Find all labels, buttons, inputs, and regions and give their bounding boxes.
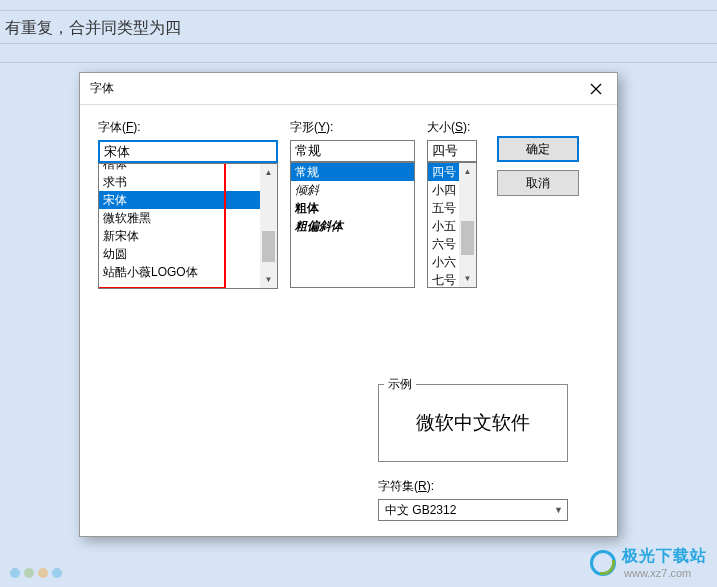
bg-line bbox=[0, 43, 717, 44]
font-label: 字体(F): bbox=[98, 119, 278, 136]
watermark-url: www.xz7.com bbox=[624, 567, 707, 579]
ok-button[interactable]: 确定 bbox=[497, 136, 579, 162]
size-input[interactable] bbox=[427, 140, 477, 162]
list-item[interactable]: 七号 bbox=[428, 271, 459, 288]
list-item[interactable]: 五号 bbox=[428, 199, 459, 217]
scroll-track[interactable] bbox=[459, 180, 476, 270]
list-item[interactable]: 倾斜 bbox=[291, 181, 414, 199]
charset-label: 字符集(R): bbox=[378, 478, 568, 495]
list-item[interactable]: 常规 bbox=[291, 163, 414, 181]
watermark: 极光下载站 www.xz7.com bbox=[590, 546, 707, 579]
chevron-down-icon: ▼ bbox=[554, 505, 563, 515]
scroll-down-icon[interactable]: ▼ bbox=[260, 271, 277, 288]
list-item[interactable]: 粗体 bbox=[291, 199, 414, 217]
close-icon bbox=[590, 83, 602, 95]
font-column: 字体(F): 楷体 求书 宋体 微软雅黑 新宋体 幼圆 站酷小薇LOGO体 ▲ bbox=[98, 119, 278, 289]
size-listbox[interactable]: 四号 小四 五号 小五 六号 小六 七号 ▲ ▼ bbox=[427, 162, 477, 288]
list-item[interactable]: 求书 bbox=[99, 173, 260, 191]
size-column: 大小(S): 四号 小四 五号 小五 六号 小六 七号 ▲ ▼ bbox=[427, 119, 477, 289]
font-input[interactable] bbox=[98, 140, 278, 163]
dialog-body: 字体(F): 楷体 求书 宋体 微软雅黑 新宋体 幼圆 站酷小薇LOGO体 ▲ bbox=[80, 105, 617, 303]
titlebar: 字体 bbox=[80, 73, 617, 105]
list-item[interactable]: 小五 bbox=[428, 217, 459, 235]
watermark-icon bbox=[590, 550, 616, 576]
sample-label: 示例 bbox=[384, 376, 416, 393]
list-item[interactable]: 小四 bbox=[428, 181, 459, 199]
list-item[interactable]: 六号 bbox=[428, 235, 459, 253]
style-input[interactable] bbox=[290, 140, 415, 162]
list-item[interactable]: 粗偏斜体 bbox=[291, 217, 414, 235]
list-item[interactable]: 微软雅黑 bbox=[99, 209, 260, 227]
style-column: 字形(Y): 常规 倾斜 粗体 粗偏斜体 bbox=[290, 119, 415, 289]
background-text: 有重复，合并同类型为四 bbox=[5, 18, 181, 39]
list-item[interactable]: 站酷小薇LOGO体 bbox=[99, 263, 260, 281]
list-item[interactable]: 宋体 bbox=[99, 191, 260, 209]
font-listbox[interactable]: 楷体 求书 宋体 微软雅黑 新宋体 幼圆 站酷小薇LOGO体 ▲ ▼ bbox=[98, 163, 278, 289]
list-item[interactable]: 幼圆 bbox=[99, 245, 260, 263]
scroll-thumb[interactable] bbox=[461, 221, 474, 255]
decorative-dots bbox=[8, 567, 108, 579]
sample-group: 微软中文软件 示例 bbox=[378, 384, 568, 462]
list-item[interactable]: 新宋体 bbox=[99, 227, 260, 245]
dialog-title: 字体 bbox=[90, 80, 114, 97]
scrollbar[interactable]: ▲ ▼ bbox=[459, 163, 476, 287]
sample-preview: 微软中文软件 bbox=[378, 384, 568, 462]
close-button[interactable] bbox=[575, 73, 617, 104]
bg-line bbox=[0, 10, 717, 11]
watermark-brand: 极光下载站 bbox=[622, 546, 707, 567]
list-item[interactable]: 楷体 bbox=[99, 163, 260, 173]
bg-line bbox=[0, 62, 717, 63]
list-item[interactable]: 小六 bbox=[428, 253, 459, 271]
watermark-text-block: 极光下载站 www.xz7.com bbox=[622, 546, 707, 579]
charset-value: 中文 GB2312 bbox=[385, 502, 456, 519]
font-dialog: 字体 字体(F): 楷体 求书 宋体 微软雅黑 新宋体 幼圆 站酷小薇LOGO体 bbox=[79, 72, 618, 537]
charset-section: 字符集(R): 中文 GB2312 ▼ bbox=[378, 478, 568, 521]
cancel-button[interactable]: 取消 bbox=[497, 170, 579, 196]
scroll-up-icon[interactable]: ▲ bbox=[260, 164, 277, 181]
scroll-down-icon[interactable]: ▼ bbox=[459, 270, 476, 287]
scroll-up-icon[interactable]: ▲ bbox=[459, 163, 476, 180]
style-label: 字形(Y): bbox=[290, 119, 415, 136]
buttons-column: 确定 取消 bbox=[489, 119, 599, 289]
scroll-thumb[interactable] bbox=[262, 231, 275, 263]
scroll-track[interactable] bbox=[260, 181, 277, 271]
charset-select[interactable]: 中文 GB2312 ▼ bbox=[378, 499, 568, 521]
list-item[interactable]: 四号 bbox=[428, 163, 459, 181]
style-listbox[interactable]: 常规 倾斜 粗体 粗偏斜体 bbox=[290, 162, 415, 288]
scrollbar[interactable]: ▲ ▼ bbox=[260, 164, 277, 288]
size-label: 大小(S): bbox=[427, 119, 477, 136]
